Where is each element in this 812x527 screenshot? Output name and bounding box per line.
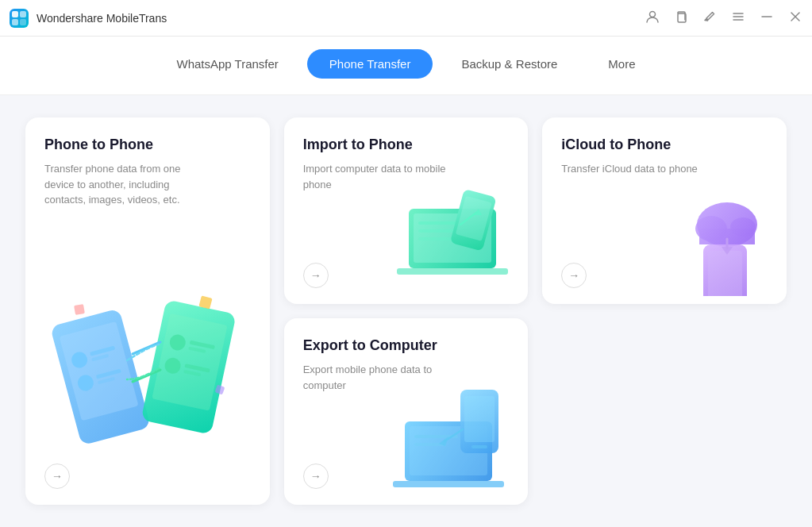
- icloud-illustration: [644, 185, 779, 296]
- phone-to-phone-illustration: [41, 251, 262, 457]
- svg-rect-2: [12, 19, 18, 25]
- svg-rect-0: [12, 11, 18, 17]
- card-import-arrow[interactable]: →: [303, 263, 329, 288]
- svg-rect-13: [60, 321, 139, 421]
- import-illustration: [385, 185, 520, 296]
- titlebar: Wondershare MobileTrans: [0, 0, 812, 37]
- titlebar-controls: [645, 10, 802, 26]
- card-import-to-phone[interactable]: Import to Phone Import computer data to …: [284, 117, 529, 304]
- card-phone-to-phone-desc: Transfer phone data from one device to a…: [44, 161, 187, 208]
- account-icon[interactable]: [645, 10, 660, 26]
- minimize-icon[interactable]: [760, 10, 774, 26]
- svg-rect-33: [397, 268, 508, 275]
- tab-backup[interactable]: Backup & Restore: [439, 49, 579, 79]
- card-export-to-computer[interactable]: Export to Computer Export mobile phone d…: [284, 318, 529, 505]
- copy-icon[interactable]: [674, 10, 688, 26]
- card-phone-to-phone[interactable]: Phone to Phone Transfer phone data from …: [25, 117, 270, 505]
- svg-point-4: [650, 12, 656, 17]
- export-illustration: [385, 386, 520, 501]
- svg-rect-45: [708, 251, 742, 296]
- titlebar-left: Wondershare MobileTrans: [10, 9, 167, 28]
- card-icloud-title: iCloud to Phone: [561, 137, 768, 153]
- svg-rect-29: [74, 304, 85, 315]
- svg-rect-35: [418, 229, 454, 233]
- tab-more[interactable]: More: [586, 49, 657, 79]
- svg-rect-54: [464, 396, 495, 442]
- app-icon: [10, 9, 29, 28]
- card-export-title: Export to Computer: [303, 337, 510, 354]
- tab-phone[interactable]: Phone Transfer: [307, 49, 433, 79]
- svg-rect-1: [20, 11, 26, 17]
- main-content: Phone to Phone Transfer phone data from …: [0, 95, 812, 527]
- nav-bar: WhatsApp Transfer Phone Transfer Backup …: [0, 37, 812, 95]
- menu-icon[interactable]: [731, 10, 745, 26]
- card-phone-to-phone-title: Phone to Phone: [44, 137, 251, 153]
- svg-rect-3: [20, 19, 26, 25]
- svg-rect-55: [471, 445, 487, 448]
- app-title: Wondershare MobileTrans: [37, 12, 167, 25]
- close-icon[interactable]: [788, 10, 802, 26]
- card-icloud-arrow[interactable]: →: [561, 263, 587, 288]
- card-phone-to-phone-arrow[interactable]: →: [44, 464, 70, 489]
- edit-icon[interactable]: [702, 10, 717, 26]
- card-icloud-to-phone[interactable]: iCloud to Phone Transfer iCloud data to …: [542, 117, 787, 304]
- svg-rect-50: [393, 481, 504, 487]
- card-export-arrow[interactable]: →: [303, 464, 329, 489]
- card-import-title: Import to Phone: [303, 137, 510, 153]
- card-icloud-desc: Transfer iCloud data to phone: [561, 161, 704, 177]
- tab-whatsapp[interactable]: WhatsApp Transfer: [154, 49, 300, 79]
